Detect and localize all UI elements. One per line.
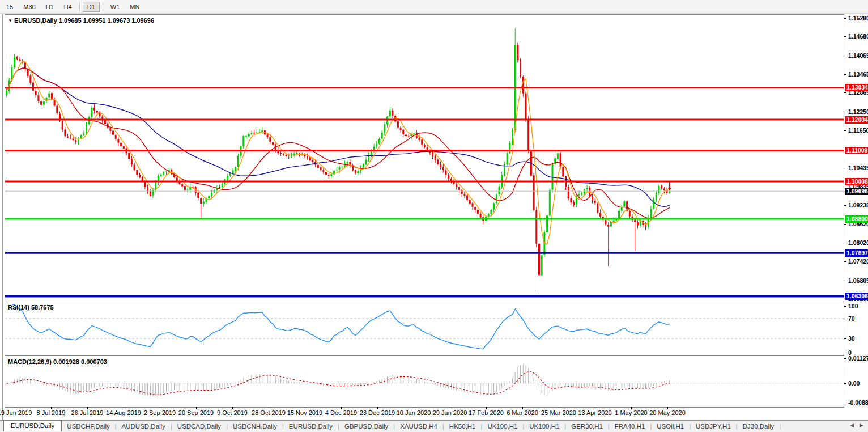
- tab-uk100-h1[interactable]: UK100,H1: [482, 422, 522, 431]
- tab-gbpusd-daily[interactable]: GBPUSD,Daily: [339, 422, 393, 431]
- macd-indicator-title: MACD(12,26,9) 0.001928 0.000703: [8, 358, 107, 365]
- date-label: 23 Dec 2019: [360, 409, 395, 416]
- chart-plot-area[interactable]: [0, 0, 868, 432]
- rsi-indicator-title: RSI(14) 58.7675: [8, 304, 54, 311]
- price-level-label-1.10008: 1.10008: [845, 178, 868, 185]
- tab-audusd-daily[interactable]: AUDUSD,Daily: [117, 422, 171, 431]
- rsi-axis-tick: 30: [848, 335, 855, 342]
- price-level-label-1.13034: 1.13034: [845, 84, 868, 91]
- main-pane-border: [5, 15, 844, 302]
- current-price-label: 1.09696: [845, 188, 868, 195]
- macd-axis-tick: 0.00: [848, 380, 860, 387]
- date-label: 29 Jan 2020: [433, 409, 467, 416]
- macd-axis-tick: 0.011277: [848, 355, 868, 362]
- price-level-label-1.06306: 1.06306: [845, 293, 868, 300]
- price-level-label-1.11009: 1.11009: [845, 147, 868, 154]
- tab-fra40-h1[interactable]: FRA40,H1: [610, 422, 650, 431]
- price-axis-tick: 1.13465: [848, 71, 868, 78]
- date-label: 6 Mar 2020: [507, 409, 538, 416]
- date-label: 4 Dec 2019: [325, 409, 357, 416]
- chart-symbol: EURUSD,Daily: [14, 17, 57, 24]
- tab-usdjpy-h1[interactable]: USDJPY,H1: [691, 422, 736, 431]
- date-label: 17 Feb 2020: [469, 409, 504, 416]
- price-axis-tick: 1.11650: [848, 127, 868, 134]
- tab-eurusd-daily[interactable]: EURUSD,Daily: [284, 422, 338, 431]
- price-level-label-1.08800: 1.08800: [845, 215, 868, 223]
- chart-title: ▼ EURUSD,Daily 1.09685 1.09951 1.09673 1…: [8, 17, 154, 24]
- price-axis-tick: 1.14680: [848, 33, 868, 40]
- date-label: 9 Oct 2019: [217, 409, 248, 416]
- price-axis-tick: 1.06805: [848, 277, 868, 285]
- date-label: 14 Aug 2019: [106, 409, 141, 416]
- tab-dj30-daily[interactable]: DJ30,Daily: [738, 422, 780, 431]
- date-label: 2 Sep 2019: [144, 409, 176, 416]
- date-label: 13 Apr 2020: [578, 409, 611, 416]
- tab-usoil-h1[interactable]: USOil,H1: [652, 422, 689, 431]
- date-label: 8 Jul 2019: [37, 409, 66, 416]
- tab-uk100-h1[interactable]: UK100,H1: [524, 422, 564, 431]
- tab-hk50-h1[interactable]: HK50,H1: [444, 422, 481, 431]
- symbol-dropdown-icon[interactable]: ▼: [8, 18, 12, 23]
- price-axis-tick: 1.10435: [848, 164, 868, 172]
- tab-scroll-arrows: ◀▶: [844, 422, 863, 428]
- date-label: 10 Jan 2020: [397, 409, 431, 416]
- tab-separator: |: [779, 423, 781, 430]
- date-label: 25 Mar 2020: [541, 409, 576, 416]
- rsi-axis-tick: 70: [848, 315, 855, 323]
- rsi-axis-tick: 100: [848, 303, 858, 310]
- price-axis-tick: 1.09235: [848, 202, 868, 209]
- tab-ger30-h1[interactable]: GER30,H1: [566, 422, 608, 431]
- price-axis-tick: 1.12250: [848, 108, 868, 116]
- tab-scroll-left-icon[interactable]: ◀: [850, 422, 854, 428]
- price-axis-tick: 1.07420: [848, 258, 868, 265]
- date-label: 26 Jul 2019: [71, 409, 104, 416]
- date-label: 20 Sep 2019: [178, 409, 214, 416]
- date-label: 19 Jun 2019: [0, 409, 32, 416]
- price-level-label-1.12004: 1.12004: [845, 116, 868, 124]
- tab-usdcad-daily[interactable]: USDCAD,Daily: [172, 422, 226, 431]
- chart-tabs: EURUSD,DailyUSDCHF,Daily|AUDUSD,Daily|US…: [0, 420, 868, 432]
- price-axis-tick: 1.14065: [848, 52, 868, 60]
- tab-xauusd-h4[interactable]: XAUUSD,H4: [395, 422, 442, 431]
- tab-usdcnh-daily[interactable]: USDCNH,Daily: [228, 422, 282, 431]
- tab-usdchf-daily[interactable]: USDCHF,Daily: [62, 422, 114, 431]
- chart-ohlc-quotes: 1.09685 1.09951 1.09673 1.09696: [59, 17, 154, 24]
- date-label: 20 May 2020: [649, 409, 686, 416]
- date-label: 15 Nov 2019: [287, 409, 322, 416]
- tab-eurusd-daily[interactable]: EURUSD,Daily: [3, 420, 62, 431]
- rsi-pane-border: [5, 303, 844, 356]
- date-label: 28 Oct 2019: [252, 409, 286, 416]
- price-axis-tick: 1.08020: [848, 239, 868, 247]
- tab-scroll-right-icon[interactable]: ▶: [860, 422, 863, 428]
- date-label: 1 May 2020: [615, 409, 647, 416]
- price-level-label-1.07697: 1.07697: [845, 249, 868, 257]
- macd-axis-tick: -0.008845: [848, 399, 868, 406]
- price-axis-tick: 1.15280: [848, 15, 868, 22]
